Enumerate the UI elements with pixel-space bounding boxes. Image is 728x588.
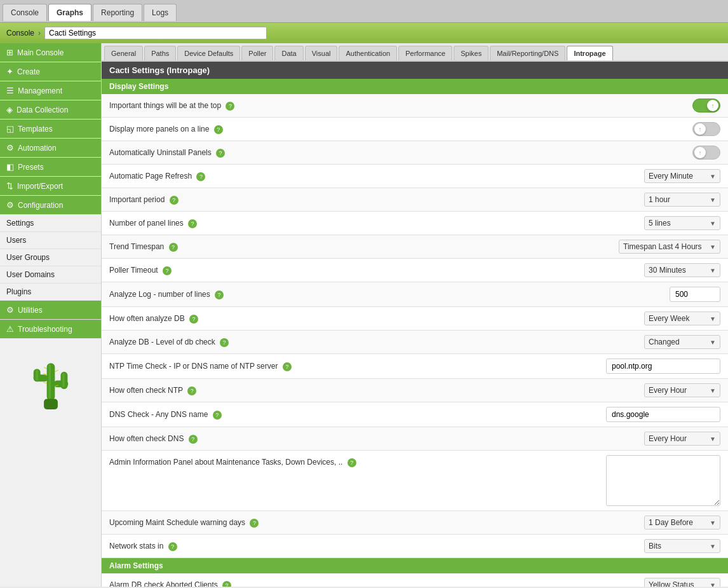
setting-row-alarm-aborted-clients: Alarm DB check Aborted Clients ? Yellow … — [102, 573, 728, 587]
dropdown-panel-lines[interactable]: 5 lines ▼ — [644, 216, 720, 230]
dropdown-alarm-aborted-clients[interactable]: Yellow Status ▼ — [644, 578, 720, 587]
sidebar-item-troubleshooting[interactable]: ⚠ Troubleshooting — [0, 320, 101, 339]
chevron-down-icon-10: ▼ — [710, 519, 716, 526]
svg-rect-7 — [36, 370, 38, 380]
setting-label-more-panels: Display more panels on a line ? — [109, 125, 606, 134]
help-icon-network-stats[interactable]: ? — [168, 542, 177, 551]
help-icon-how-often-dns[interactable]: ? — [189, 435, 198, 444]
help-icon-admin-info-panel[interactable]: ? — [347, 458, 356, 467]
setting-row-analyze-db-level: Analyze DB - Level of db check ? Changed… — [102, 331, 728, 354]
sidebar-item-configuration[interactable]: ⚙ Configuration — [0, 196, 101, 215]
dropdown-how-often-dns[interactable]: Every Hour ▼ — [644, 432, 720, 446]
setting-row-poller-timeout: Poller Timeout ? 30 Minutes ▼ — [102, 259, 728, 282]
tab-visual[interactable]: Visual — [305, 46, 338, 60]
toggle-auto-uninstall[interactable]: ↑ — [692, 146, 720, 160]
svg-line-9 — [44, 367, 47, 369]
sidebar-label-create: Create — [17, 67, 40, 76]
tab-console[interactable]: Console — [3, 4, 47, 21]
tab-poller[interactable]: Poller — [241, 46, 273, 60]
setting-label-how-often-db: How often analyze DB ? — [109, 314, 606, 324]
tab-intropage[interactable]: Intropage — [567, 46, 612, 60]
tab-graphs[interactable]: Graphs — [48, 4, 91, 21]
setting-label-important-top: Important things will be at the top ? — [109, 101, 606, 111]
help-icon-auto-uninstall[interactable]: ? — [216, 149, 225, 158]
breadcrumb-console[interactable]: Console — [6, 29, 34, 38]
tab-data[interactable]: Data — [274, 46, 303, 60]
help-icon-analyze-db-level[interactable]: ? — [220, 338, 229, 347]
setting-row-auto-refresh: Automatic Page Refresh ? Every Minute ▼ — [102, 165, 728, 188]
dropdown-poller-timeout[interactable]: 30 Minutes ▼ — [644, 263, 720, 277]
sidebar-item-utilities[interactable]: ⚙ Utilities — [0, 301, 101, 320]
template-icon: ◱ — [6, 124, 14, 133]
dropdown-network-stats[interactable]: Bits ▼ — [644, 539, 720, 553]
help-icon-maint-warning-days[interactable]: ? — [250, 519, 259, 528]
toggle-more-panels[interactable]: ↑ — [692, 122, 720, 136]
svg-line-11 — [55, 370, 58, 372]
setting-control-alarm-aborted-clients: Yellow Status ▼ — [606, 578, 720, 587]
tab-general[interactable]: General — [104, 46, 143, 60]
sidebar-item-user-domains[interactable]: User Domains — [0, 266, 101, 284]
help-icon-important-top[interactable]: ? — [226, 102, 234, 111]
sidebar: ⊞ Main Console ✦ Create ☰ Management ◈ D… — [0, 43, 102, 587]
sidebar-item-presets[interactable]: ◧ Presets — [0, 158, 101, 177]
alarm-settings-header: Alarm Settings — [102, 558, 728, 573]
sidebar-item-management[interactable]: ☰ Management — [0, 81, 101, 100]
help-icon-poller-timeout[interactable]: ? — [163, 266, 172, 275]
help-icon-alarm-aborted-clients[interactable]: ? — [222, 581, 231, 587]
setting-row-how-often-ntp: How often check NTP ? Every Hour ▼ — [102, 379, 728, 402]
help-icon-trend-timespan[interactable]: ? — [169, 243, 178, 252]
sidebar-item-users[interactable]: Users — [0, 232, 101, 249]
setting-control-more-panels: ↑ — [606, 122, 720, 136]
help-icon-how-often-ntp[interactable]: ? — [187, 386, 196, 395]
dropdown-trend-timespan[interactable]: Timespan Last 4 Hours ▼ — [619, 240, 720, 254]
setting-label-dns-check: DNS Check - Any DNS name ? — [109, 410, 606, 420]
input-analyze-log-lines[interactable] — [670, 287, 720, 302]
help-icon-panel-lines[interactable]: ? — [188, 219, 197, 228]
setting-control-poller-timeout: 30 Minutes ▼ — [606, 263, 720, 277]
tab-device-defaults[interactable]: Device Defaults — [177, 46, 240, 60]
toggle-important-top[interactable]: ↑ — [692, 99, 720, 113]
breadcrumb-search[interactable] — [44, 27, 267, 39]
setting-label-panel-lines: Number of panel lines ? — [109, 219, 606, 228]
sidebar-item-user-groups[interactable]: User Groups — [0, 249, 101, 266]
sidebar-item-templates[interactable]: ◱ Templates — [0, 120, 101, 139]
sidebar-label-automation: Automation — [18, 144, 57, 153]
top-nav-bar: Console Graphs Reporting Logs — [0, 0, 728, 23]
help-icon-dns-check[interactable]: ? — [213, 411, 222, 420]
tab-performance[interactable]: Performance — [398, 46, 452, 60]
help-icon-more-panels[interactable]: ? — [214, 125, 223, 134]
help-icon-auto-refresh[interactable]: ? — [196, 172, 205, 181]
utilities-icon: ⚙ — [6, 305, 14, 315]
tab-spikes[interactable]: Spikes — [454, 46, 489, 60]
dropdown-analyze-db-level[interactable]: Changed ▼ — [644, 335, 720, 349]
dropdown-how-often-ntp[interactable]: Every Hour ▼ — [644, 383, 720, 397]
help-icon-ntp-server[interactable]: ? — [283, 362, 292, 371]
dropdown-how-often-db[interactable]: Every Week ▼ — [644, 311, 720, 325]
sidebar-item-plugins[interactable]: Plugins — [0, 284, 101, 301]
svg-line-10 — [43, 374, 46, 375]
sidebar-item-import-export[interactable]: ⇅ Import/Export — [0, 177, 101, 196]
sidebar-item-create[interactable]: ✦ Create — [0, 62, 101, 81]
input-ntp-server[interactable] — [606, 359, 720, 374]
dropdown-important-period[interactable]: 1 hour ▼ — [644, 193, 720, 207]
sidebar-item-settings[interactable]: Settings — [0, 215, 101, 232]
dropdown-auto-refresh[interactable]: Every Minute ▼ — [644, 169, 720, 183]
textarea-admin-info-panel[interactable] — [606, 455, 720, 506]
sidebar-item-automation[interactable]: ⚙ Automation — [0, 139, 101, 158]
svg-rect-8 — [62, 373, 65, 388]
tab-authentication[interactable]: Authentication — [339, 46, 397, 60]
tab-reporting[interactable]: Reporting — [93, 4, 142, 21]
sidebar-item-data-collection[interactable]: ◈ Data Collection — [0, 100, 101, 120]
chevron-down-icon-4: ▼ — [710, 243, 716, 250]
sidebar-item-main-console[interactable]: ⊞ Main Console — [0, 43, 101, 62]
setting-control-admin-info-panel — [606, 455, 720, 506]
tab-mail-reporting-dns[interactable]: Mail/Reporting/DNS — [490, 46, 565, 60]
help-icon-how-often-db[interactable]: ? — [189, 315, 198, 324]
tab-paths[interactable]: Paths — [144, 46, 176, 60]
setting-label-how-often-ntp: How often check NTP ? — [109, 386, 606, 395]
input-dns-check[interactable] — [606, 407, 720, 422]
help-icon-analyze-log-lines[interactable]: ? — [215, 291, 224, 299]
help-icon-important-period[interactable]: ? — [170, 196, 179, 205]
tab-logs[interactable]: Logs — [144, 4, 177, 21]
dropdown-maint-warning-days[interactable]: 1 Day Before ▼ — [644, 516, 720, 530]
